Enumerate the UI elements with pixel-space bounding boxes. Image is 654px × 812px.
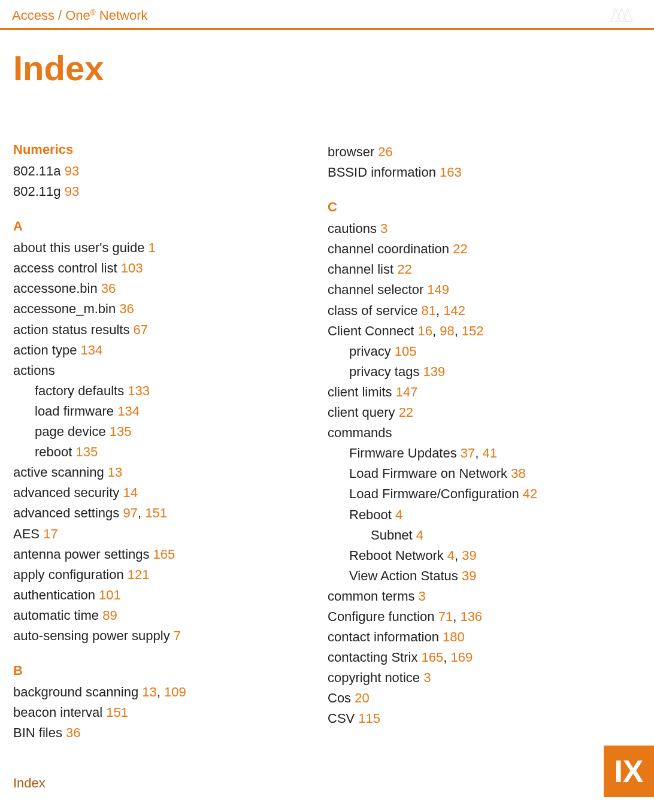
index-entry: beacon interval 151	[13, 702, 316, 723]
page-ref[interactable]: 39	[462, 548, 476, 563]
page-ref[interactable]: 98	[440, 323, 454, 338]
index-entry: action type 134	[13, 340, 316, 360]
page-ref[interactable]: 163	[440, 165, 462, 180]
index-subentry: Reboot 4	[328, 505, 630, 525]
page-ref[interactable]: 36	[119, 301, 134, 316]
page-ref[interactable]: 134	[81, 343, 103, 357]
index-subentry: privacy tags 139	[328, 362, 630, 382]
page-ref[interactable]: 22	[453, 241, 467, 256]
page-ref[interactable]: 101	[99, 587, 121, 602]
page-ref[interactable]: 3	[419, 589, 426, 604]
page-ref[interactable]: 7	[174, 628, 181, 643]
logo-icon	[608, 6, 636, 25]
page-ref[interactable]: 37	[461, 446, 475, 460]
page-header: Access / One® Network	[0, 0, 654, 30]
page-ref[interactable]: 4	[447, 548, 455, 563]
index-subentry: View Action Status 39	[328, 566, 630, 586]
page-ref[interactable]: 151	[145, 505, 167, 520]
page-ref[interactable]: 109	[164, 684, 186, 699]
page-ref[interactable]: 4	[395, 507, 402, 522]
index-entry: access control list 103	[13, 258, 316, 278]
right-column: browser 26 BSSID information 163 C cauti…	[316, 142, 630, 743]
page-ref[interactable]: 139	[423, 364, 446, 379]
page-ref[interactable]: 38	[511, 466, 525, 481]
page-ref[interactable]: 151	[106, 705, 128, 720]
page-ref[interactable]: 20	[355, 690, 369, 705]
page-ref[interactable]: 105	[395, 344, 417, 359]
page-ref[interactable]: 42	[523, 486, 537, 501]
page-ref[interactable]: 169	[450, 650, 473, 665]
page-ref[interactable]: 165	[422, 650, 444, 665]
page-ref[interactable]: 135	[76, 444, 98, 459]
index-entry: AES 17	[13, 524, 316, 544]
index-entry: accessone_m.bin 36	[13, 299, 316, 319]
page-ref[interactable]: 13	[108, 465, 122, 480]
index-entry: Cos 20	[328, 688, 630, 708]
index-entry: browser 26	[328, 142, 630, 162]
index-entry: contact information 180	[328, 627, 630, 647]
page-ref[interactable]: 115	[358, 711, 380, 726]
page-ref[interactable]: 41	[483, 446, 497, 460]
page-ref[interactable]: 93	[65, 163, 79, 178]
page-ref[interactable]: 26	[378, 144, 392, 159]
left-column: Numerics 802.11a 93 802.11g 93 A about t…	[13, 142, 316, 743]
index-entry: copyright notice 3	[328, 668, 630, 688]
index-entry: 802.11a 93	[13, 161, 316, 181]
index-entry: accessone.bin 36	[13, 278, 316, 299]
page-ref[interactable]: 81	[422, 303, 436, 318]
page-ref[interactable]: 13	[142, 684, 156, 699]
page-ref[interactable]: 14	[123, 485, 137, 500]
index-columns: Numerics 802.11a 93 802.11g 93 A about t…	[0, 142, 654, 743]
page-ref[interactable]: 165	[153, 547, 175, 562]
page-footer: Index 197	[13, 775, 641, 791]
page-ref[interactable]: 136	[460, 609, 482, 624]
page-ref[interactable]: 3	[380, 221, 387, 236]
index-entry: channel selector 149	[328, 280, 630, 300]
page-ref[interactable]: 147	[396, 384, 418, 399]
page-ref[interactable]: 89	[102, 608, 117, 623]
index-subentry: Load Firmware on Network 38	[328, 463, 630, 484]
page-ref[interactable]: 142	[443, 303, 465, 318]
index-entry: channel list 22	[328, 259, 630, 280]
index-subsubentry: Subnet 4	[328, 525, 630, 546]
page-ref[interactable]: 149	[427, 282, 449, 297]
page-ref[interactable]: 135	[110, 424, 132, 439]
page-title: Index	[13, 48, 654, 88]
index-subentry: privacy 105	[328, 341, 630, 362]
index-subentry: load firmware 134	[13, 401, 316, 422]
index-entry: Client Connect 16, 98, 152	[328, 321, 630, 341]
header-title-sup: ®	[90, 8, 96, 17]
index-entry: class of service 81, 142	[328, 301, 630, 321]
page-ref[interactable]: 103	[121, 260, 143, 275]
header-title-pre: Access / One	[12, 8, 90, 23]
page-ref[interactable]: 22	[399, 405, 413, 420]
page-ref[interactable]: 93	[65, 184, 79, 199]
page-ref[interactable]: 121	[128, 567, 150, 582]
page-ref[interactable]: 36	[101, 281, 116, 296]
index-subentry: Reboot Network 4, 39	[328, 546, 630, 566]
page-ref[interactable]: 71	[438, 609, 453, 624]
index-subentry: Firmware Updates 37, 41	[328, 443, 630, 463]
page-ref[interactable]: 16	[417, 323, 432, 338]
page-ref[interactable]: 67	[134, 322, 148, 337]
page-ref[interactable]: 4	[416, 528, 423, 543]
page-ref[interactable]: 3	[423, 670, 431, 685]
index-entry: Configure function 71, 136	[328, 607, 630, 627]
footer-section: Index	[13, 775, 46, 791]
page-ref[interactable]: 134	[117, 404, 140, 419]
index-entry: antenna power settings 165	[13, 544, 316, 565]
index-subentry: factory defaults 133	[13, 381, 316, 401]
page-ref[interactable]: 180	[443, 629, 465, 644]
page-ref[interactable]: 133	[128, 383, 150, 398]
index-entry: BIN files 36	[13, 723, 316, 743]
page-ref[interactable]: 39	[462, 568, 476, 583]
page-ref[interactable]: 1	[149, 240, 156, 255]
page-ref[interactable]: 97	[123, 505, 137, 520]
index-subentry: reboot 135	[13, 442, 316, 462]
index-entry: common terms 3	[328, 586, 630, 607]
page-ref[interactable]: 17	[43, 526, 57, 541]
section-numerics: Numerics	[13, 142, 316, 157]
page-ref[interactable]: 36	[66, 725, 80, 740]
page-ref[interactable]: 152	[462, 323, 484, 338]
page-ref[interactable]: 22	[397, 262, 411, 277]
